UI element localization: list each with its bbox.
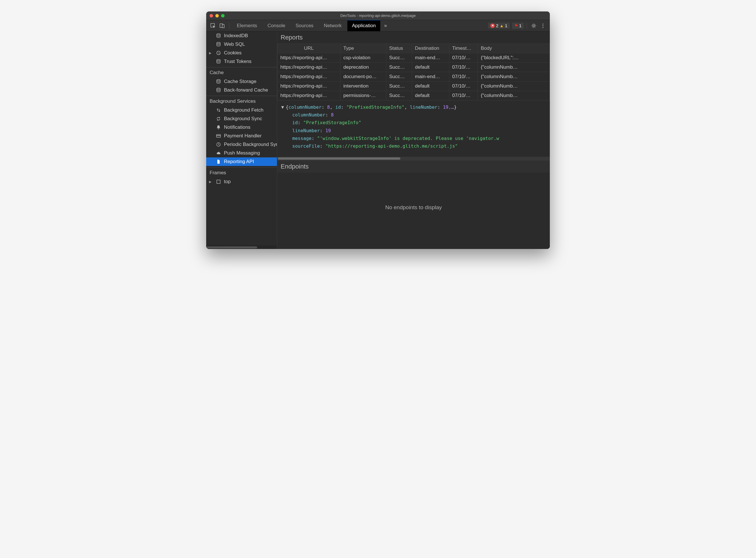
updown-icon — [216, 108, 221, 113]
svg-point-11 — [219, 52, 219, 53]
sidebar-item-background-sync[interactable]: Background Sync — [206, 115, 277, 123]
cell-dest: default — [412, 63, 449, 72]
detail-scrollbar[interactable] — [277, 157, 550, 160]
svg-rect-21 — [217, 180, 220, 183]
svg-point-4 — [542, 23, 543, 24]
svg-point-7 — [217, 34, 220, 35]
devtools-window: DevTools - reporting-api-demo.glitch.me/… — [206, 11, 550, 249]
tab-elements[interactable]: Elements — [232, 20, 262, 31]
db-icon — [216, 33, 221, 39]
cell-status: Succ… — [386, 72, 412, 81]
cell-status: Succ… — [386, 53, 412, 63]
more-tabs-icon[interactable]: » — [382, 22, 389, 30]
zoom-window-button[interactable] — [221, 14, 224, 18]
cell-status: Succ… — [386, 63, 412, 72]
svg-point-10 — [218, 52, 218, 53]
sidebar: IndexedDBWeb SQL▶CookiesTrust TokensCach… — [206, 31, 277, 249]
sidebar-item-trust-tokens[interactable]: Trust Tokens — [206, 57, 277, 66]
traffic-lights — [206, 14, 224, 18]
cell-status: Succ… — [386, 81, 412, 91]
column-header[interactable]: Type — [340, 44, 386, 53]
disclosure-triangle-icon[interactable]: ▼ — [281, 104, 284, 110]
more-menu-icon[interactable] — [539, 22, 547, 30]
cell-body: {"columnNumb… — [478, 81, 550, 91]
table-row[interactable]: https://reporting-api…document-po…Succ…m… — [277, 72, 550, 81]
cookie-icon — [216, 50, 221, 55]
cell-ts: 07/10/… — [449, 81, 478, 91]
sidebar-item-label: Notifications — [224, 125, 250, 130]
minimize-window-button[interactable] — [215, 14, 219, 18]
table-row[interactable]: https://reporting-api…deprecationSucc…de… — [277, 63, 550, 72]
cell-url: https://reporting-api… — [277, 91, 340, 100]
db-icon — [216, 79, 221, 84]
cell-type: intervention — [340, 81, 386, 91]
svg-point-3 — [533, 25, 535, 27]
sidebar-scrollbar[interactable] — [206, 246, 277, 249]
cell-ts: 07/10/… — [449, 91, 478, 100]
column-header[interactable]: Timest… — [449, 44, 478, 53]
reports-title: Reports — [277, 31, 550, 44]
sidebar-item-top[interactable]: ▶top — [206, 177, 277, 186]
sidebar-item-push-messaging[interactable]: Push Messaging — [206, 149, 277, 157]
sidebar-section-frames: Frames — [206, 168, 277, 177]
issues-badge[interactable]: ⚑ 1 — [512, 23, 524, 29]
sidebar-item-label: Background Sync — [224, 116, 262, 122]
inspect-element-icon[interactable] — [209, 22, 217, 30]
svg-point-5 — [542, 25, 543, 26]
sidebar-section-background-services: Background Services — [206, 96, 277, 106]
cell-ts: 07/10/… — [449, 72, 478, 81]
cell-type: deprecation — [340, 63, 386, 72]
tab-sources[interactable]: Sources — [291, 20, 318, 31]
column-header[interactable]: URL — [277, 44, 340, 53]
errors-warnings-badge[interactable]: ✕ 2 ▲ 1 — [488, 23, 510, 29]
db-icon — [216, 42, 221, 47]
column-header[interactable]: Body — [478, 44, 550, 53]
sidebar-item-notifications[interactable]: Notifications — [206, 123, 277, 132]
tab-console[interactable]: Console — [263, 20, 290, 31]
sidebar-item-cache-storage[interactable]: Cache Storage — [206, 77, 277, 86]
db-icon — [216, 87, 221, 93]
table-row[interactable]: https://reporting-api…interventionSucc…d… — [277, 81, 550, 91]
db-icon — [216, 59, 221, 64]
cell-body: {"columnNumb… — [478, 72, 550, 81]
sidebar-item-web-sql[interactable]: Web SQL — [206, 40, 277, 49]
file-icon — [216, 159, 221, 164]
column-header[interactable]: Status — [386, 44, 412, 53]
tab-application[interactable]: Application — [347, 20, 380, 31]
table-row[interactable]: https://reporting-api…permissions-…Succ…… — [277, 91, 550, 100]
settings-gear-icon[interactable] — [530, 22, 538, 30]
sidebar-item-cookies[interactable]: ▶Cookies — [206, 49, 277, 57]
error-icon: ✕ — [490, 23, 495, 28]
cell-dest: main-end… — [412, 53, 449, 63]
tab-network[interactable]: Network — [319, 20, 346, 31]
cell-type: permissions-… — [340, 91, 386, 100]
table-row[interactable]: https://reporting-api…csp-violationSucc…… — [277, 53, 550, 63]
issues-count: 1 — [519, 23, 521, 28]
expand-triangle-icon[interactable]: ▶ — [209, 51, 211, 55]
device-toolbar-icon[interactable] — [218, 22, 226, 30]
close-window-button[interactable] — [210, 14, 213, 18]
sidebar-item-periodic-background-sync[interactable]: Periodic Background Sync — [206, 140, 277, 149]
sync-icon — [216, 116, 221, 121]
sidebar-item-back-forward-cache[interactable]: Back-forward Cache — [206, 86, 277, 95]
separator — [527, 23, 527, 29]
window-title: DevTools - reporting-api-demo.glitch.me/… — [206, 14, 550, 18]
sidebar-item-payment-handler[interactable]: Payment Handler — [206, 132, 277, 140]
sidebar-item-label: Cache Storage — [224, 79, 256, 84]
sidebar-item-label: Periodic Background Sync — [224, 142, 277, 147]
sidebar-item-indexeddb[interactable]: IndexedDB — [206, 31, 277, 40]
column-header[interactable]: Destination — [412, 44, 449, 53]
bell-icon — [216, 125, 221, 130]
sidebar-item-reporting-api[interactable]: Reporting API — [206, 157, 277, 166]
separator — [229, 23, 229, 29]
cell-url: https://reporting-api… — [277, 63, 340, 72]
sidebar-item-label: Background Fetch — [224, 107, 264, 113]
sidebar-item-label: Payment Handler — [224, 133, 262, 139]
expand-triangle-icon[interactable]: ▶ — [209, 180, 211, 184]
status-badges: ✕ 2 ▲ 1 ⚑ 1 — [488, 23, 524, 29]
svg-point-15 — [217, 80, 220, 81]
sidebar-item-background-fetch[interactable]: Background Fetch — [206, 106, 277, 115]
sidebar-item-label: Cookies — [224, 50, 241, 56]
cell-status: Succ… — [386, 91, 412, 100]
cell-body: {"columnNumb… — [478, 91, 550, 100]
